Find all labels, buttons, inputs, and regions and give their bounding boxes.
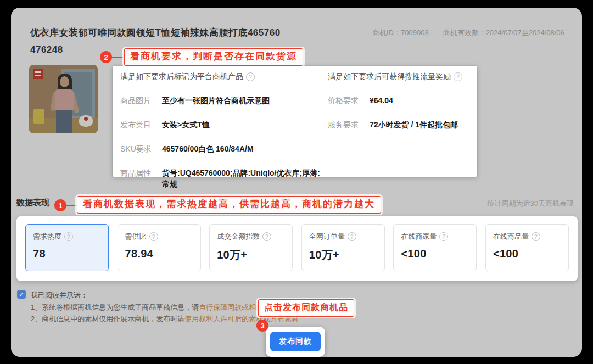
help-icon[interactable]: ? — [64, 232, 73, 241]
metric-card-online-products[interactable]: 在线商品量? <100 — [485, 224, 569, 271]
metric-value: 78 — [33, 248, 101, 260]
white-tag-badge — [79, 115, 93, 127]
metric-value: 78.94 — [125, 248, 193, 260]
tour-step-3-callout: 点击发布同款商机品 — [258, 299, 354, 317]
help-icon[interactable]: ? — [439, 232, 448, 241]
uniqlo-logo-badge — [33, 69, 43, 79]
metric-card-demand-heat[interactable]: 需求热度? 78 — [25, 224, 109, 271]
opportunity-id: 商机ID：7009003 — [372, 28, 429, 38]
tour-step-3-badge: 3 — [256, 320, 268, 332]
tour-step-1-connector — [66, 205, 77, 206]
metric-value: <100 — [401, 248, 469, 260]
tour-step-2-callout: 看商机要求，判断是否存在同款货源 — [124, 48, 303, 66]
requirement-row: 价格要求 ¥64.04 — [328, 95, 472, 106]
metrics-panel: 需求热度? 78 需供比? 78.94 成交金额指数? 10万+ 全网订单量? … — [16, 216, 578, 281]
agreement-line-1: 1、系统将根据商机信息为您生成了商品草稿信息，请自行保障同款或相似的 — [31, 303, 270, 312]
metric-value: 10万+ — [217, 248, 285, 262]
requirement-row: 服务要求 72小时发货 / 1件起批包邮 — [328, 119, 472, 130]
publish-panel: 发布同款 — [266, 327, 325, 357]
metric-card-order-volume[interactable]: 全网订单量? 10万+ — [301, 224, 385, 271]
traffic-reward-header: 满足如下要求后可获得搜推流量奖励 ? — [328, 72, 472, 82]
help-icon[interactable]: ? — [454, 72, 462, 81]
tour-step-2-connector — [112, 57, 124, 58]
requirement-row: SKU要求 465760/00白色 160/84A/M — [120, 143, 326, 154]
requirement-row: 商品属性 货号:UQ465760000;品牌:Uniqlo/优衣库;厚薄:常规 — [120, 167, 326, 189]
help-icon[interactable]: ? — [532, 232, 540, 241]
help-icon[interactable]: ? — [348, 232, 356, 241]
stat-period-note: 统计周期为近30天商机表现 — [488, 199, 574, 209]
publish-same-product-button[interactable]: 发布同款 — [270, 332, 321, 351]
requirement-row: 发布类目 女装>女式T恤 — [120, 119, 326, 130]
agreement-checkbox[interactable]: ✓ — [17, 290, 26, 299]
check-icon: ✓ — [19, 291, 24, 298]
metric-card-gmv-index[interactable]: 成交金额指数? 10万+ — [209, 224, 293, 271]
requirement-row: 商品图片 至少有一张图片符合商机示意图 — [120, 95, 326, 106]
tour-step-2-badge: 2 — [100, 51, 112, 63]
requirements-panel: 满足如下要求后标记为平台商机产品 ? 商品图片 至少有一张图片符合商机示意图 发… — [113, 66, 477, 177]
tour-step-1-callout: 看商机数据表现，需求热度越高，供需比越高，商机的潜力越大 — [77, 196, 381, 214]
platform-requirements-header: 满足如下要求后标记为平台商机产品 ? — [120, 72, 326, 82]
metric-card-online-sellers[interactable]: 在线商家量? <100 — [393, 224, 477, 271]
tour-step-1-badge: 1 — [54, 199, 66, 211]
data-performance-title: 数据表现 — [16, 198, 49, 208]
product-image[interactable] — [29, 65, 98, 133]
help-icon[interactable]: ? — [262, 232, 271, 241]
opportunity-meta: 商机ID：7009003 商机有效期：2024/07/07至2024/08/06 — [372, 28, 564, 38]
help-icon[interactable]: ? — [246, 72, 255, 81]
help-icon[interactable]: ? — [149, 232, 158, 241]
metric-value: <100 — [493, 248, 561, 260]
metric-card-supply-demand-ratio[interactable]: 需供比? 78.94 — [118, 224, 201, 271]
agreement-title: 我已阅读并承诺： — [31, 290, 88, 300]
metric-value: 10万+ — [309, 248, 377, 262]
yellow-tag-badge — [33, 109, 44, 124]
opportunity-validity: 商机有效期：2024/07/07至2024/08/06 — [443, 28, 564, 38]
